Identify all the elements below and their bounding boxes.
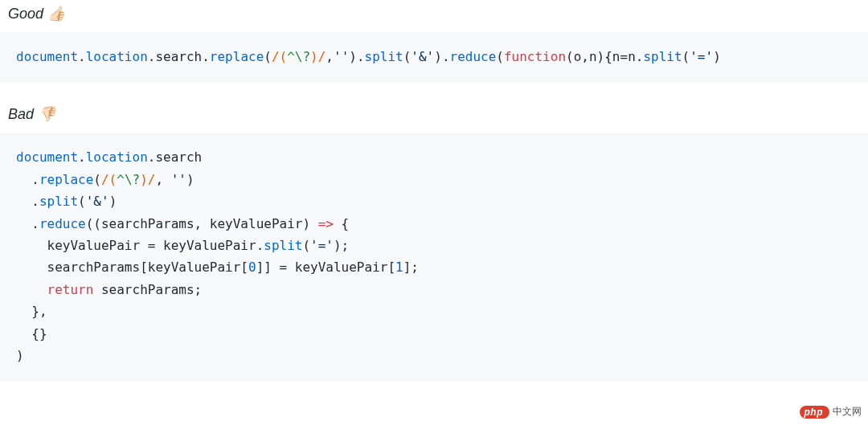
bad-code-block: document.location.search .replace(/(^\?)… xyxy=(0,133,868,382)
thumbs-up-icon: 👍🏻 xyxy=(47,6,65,22)
good-heading: Good 👍🏻 xyxy=(8,5,868,22)
thumbs-down-icon: 👎🏻 xyxy=(38,106,55,122)
bad-code: document.location.search .replace(/(^\?)… xyxy=(16,149,419,363)
good-label: Good xyxy=(8,6,43,22)
bad-label: Bad xyxy=(8,106,34,122)
bad-heading: Bad 👎🏻 xyxy=(8,105,868,123)
good-code: document.location.search.replace(/(^\?)/… xyxy=(16,49,721,64)
article-body: Good 👍🏻 document.location.search.replace… xyxy=(0,5,868,382)
good-code-block: document.location.search.replace(/(^\?)/… xyxy=(0,32,868,83)
